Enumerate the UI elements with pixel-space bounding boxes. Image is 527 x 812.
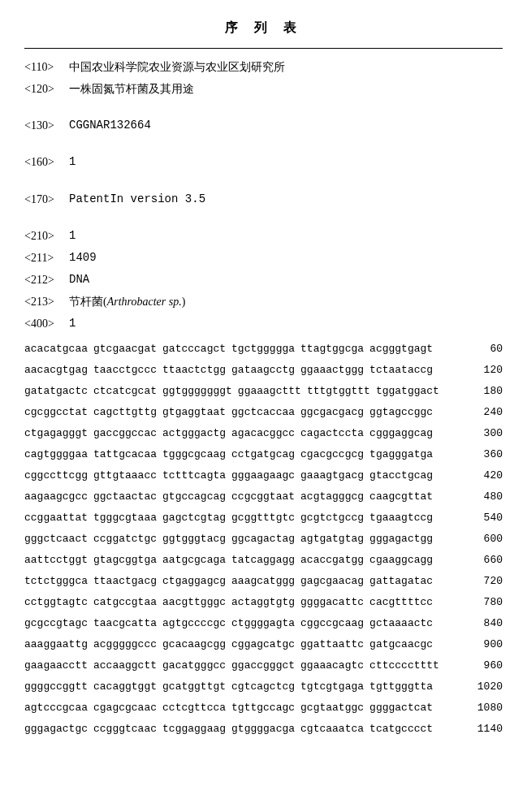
sequence-blocks: gggagactgcccgggtcaactcggaggaaggtggggacga… [24, 719, 433, 740]
sequence-block: gttgtaaacc [93, 465, 157, 486]
sequence-blocks: aaaggaattgacgggggcccgcacaagcggcggagcatgc… [24, 634, 433, 655]
divider-line [24, 48, 503, 49]
sequence-block: gatgcaacgc [369, 634, 433, 655]
sequence-block: cagactccta [300, 423, 364, 444]
sequence-block: actaggtgtg [231, 592, 295, 613]
sequence-row: gaagaaccttaccaaggcttgacatgggccggaccgggct… [24, 655, 503, 676]
sequence-row: aagaagcgccggctaactacgtgccagcagccgcggtaat… [24, 486, 503, 508]
sequence-block: tctctgggca [24, 571, 88, 592]
sequence-blocks: acacatgcaagtcgaacgatgatcccagcttgctggggga… [24, 339, 433, 360]
sequence-block: agacacggcc [231, 423, 295, 444]
sequence-blocks: gaagaaccttaccaaggcttgacatgggccggaccgggct… [24, 655, 439, 676]
sequence-block: aaagcatggg [231, 571, 295, 592]
sequence-block: ggctaactac [93, 486, 157, 508]
sequence-block: tttgtggttt [307, 381, 370, 402]
sequence-position: 1080 [462, 698, 503, 719]
sequence-block: actgggactg [162, 423, 226, 444]
sequence-block: ttaactctgg [162, 360, 226, 381]
sequence-row: aaaggaattgacgggggcccgcacaagcggcggagcatgc… [24, 634, 503, 655]
sequence-block: agtgatgtag [300, 529, 364, 550]
sequence-block: cgacgccgcg [300, 444, 364, 465]
value-130: CGGNAR132664 [69, 115, 503, 136]
sequence-block: ctgaggagcg [162, 571, 226, 592]
sequence-block: agtgccccgc [162, 613, 226, 634]
tag-400: <400> [24, 313, 69, 334]
sequence-block: gcggtttgtc [231, 508, 295, 529]
sequence-block: gcgccgtagc [24, 613, 88, 634]
field-130: <130> CGGNAR132664 [24, 115, 503, 136]
sequence-block: ggcgacgacg [300, 402, 364, 423]
sequence-block: gggaagaagc [231, 465, 295, 486]
sequence-block: gataagcctg [231, 360, 295, 381]
value-210: 1 [69, 226, 503, 246]
sequence-block: cgtcaaatca [300, 719, 364, 740]
sequence-blocks: aacacgtgagtaacctgcccttaactctgggataagcctg… [24, 360, 433, 381]
sequence-position: 960 [462, 655, 503, 676]
sequence-row: gcgccgtagctaacgcattaagtgccccgcctggggagta… [24, 613, 503, 634]
sequence-block: gtgaggtaat [162, 402, 226, 423]
sequence-block: ggggccggtt [24, 676, 88, 698]
sequence-block: taacgcatta [93, 613, 157, 634]
sequence-block: gcacaagcgg [162, 634, 226, 655]
sequence-block: ggggactcat [369, 698, 433, 719]
sequence-block: cggccttcgg [24, 465, 88, 486]
sequence-block: tgagggatga [369, 444, 433, 465]
sequence-block: tgtcgtgaga [300, 676, 364, 698]
sequence-blocks: ctgagagggtgaccggccacactgggactgagacacggcc… [24, 423, 433, 444]
sequence-block: ggaaacagtc [300, 655, 364, 676]
sequence-block: ggattaattc [300, 634, 364, 655]
sequence-position: 60 [462, 339, 503, 360]
sequence-row: ccggaattattgggcgtaaagagctcgtaggcggtttgtc… [24, 508, 503, 529]
sequence-block: cacaggtggt [93, 676, 157, 698]
value-213-prefix: 节杆菌( [69, 296, 107, 308]
sequence-block: ttagtggcga [300, 339, 364, 360]
sequence-blocks: agtcccgcaacgagcgcaaccctcgttccatgttgccagc… [24, 698, 433, 719]
sequence-block: acaccgatgg [300, 550, 364, 571]
sequence-block: cgagcgcaac [93, 698, 157, 719]
sequence-block: tctttcagta [162, 465, 226, 486]
sequence-block: ctcatcgcat [93, 381, 157, 402]
sequence-block: gaccggccac [93, 423, 157, 444]
sequence-block: cctggtagtc [24, 592, 88, 613]
sequence-block: tgggcgtaaa [93, 508, 157, 529]
sequence-blocks: cctggtagtccatgccgtaaaacgttgggcactaggtgtg… [24, 592, 433, 613]
sequence-block: tgctggggga [231, 339, 295, 360]
sequence-row: agtcccgcaacgagcgcaaccctcgttccatgttgccagc… [24, 698, 503, 719]
sequence-block: aatgcgcaga [162, 550, 226, 571]
sequence-block: taacctgccc [93, 360, 157, 381]
sequence-row: aattcctggtgtagcggtgaaatgcgcagatatcaggagg… [24, 550, 503, 571]
tag-110: <110> [24, 57, 69, 77]
sequence-block: cctcgttcca [162, 698, 226, 719]
sequence-block: gtggggacga [231, 719, 295, 740]
value-160: 1 [69, 152, 503, 172]
value-400: 1 [69, 313, 503, 334]
sequence-block: gaagaacctt [24, 655, 88, 676]
sequence-block: tcatgcccct [369, 719, 433, 740]
sequence-position: 660 [462, 550, 503, 571]
sequence-blocks: gggctcaactccggatctgcggtgggtacgggcagactag… [24, 529, 433, 550]
sequence-block: tattgcacaa [93, 444, 157, 465]
sequence-block: cctgatgcag [231, 444, 295, 465]
sequence-blocks: gatatgactcctcatcgcatggtgggggggtggaaagctt… [24, 381, 439, 402]
tag-170: <170> [24, 189, 69, 209]
sequence-block: ttaactgacg [93, 571, 157, 592]
sequence-block: ggtgggtacg [162, 529, 226, 550]
sequence-position: 840 [462, 613, 503, 634]
sequence-block: cgcggcctat [24, 402, 88, 423]
sequence-blocks: gcgccgtagctaacgcattaagtgccccgcctggggagta… [24, 613, 433, 634]
sequence-row: gatatgactcctcatcgcatggtgggggggtggaaagctt… [24, 381, 503, 402]
sequence-block: gctaaaactc [369, 613, 433, 634]
sequence-block: tatcaggagg [231, 550, 295, 571]
sequence-position: 360 [462, 444, 503, 465]
sequence-position: 120 [462, 360, 503, 381]
sequence-block: cgaaggcagg [369, 550, 433, 571]
sequence-block: accaaggctt [93, 655, 157, 676]
sequence-position: 300 [462, 423, 503, 444]
sequence-block: ggggacattc [300, 592, 364, 613]
sequence-block: ccgggtcaac [93, 719, 157, 740]
sequence-row: cgcggcctatcagcttgttggtgaggtaatggctcaccaa… [24, 402, 503, 423]
sequence-row: cggccttcgggttgtaaacctctttcagtagggaagaagc… [24, 465, 503, 486]
sequence-blocks: aagaagcgccggctaactacgtgccagcagccgcggtaat… [24, 486, 433, 508]
field-120: <120> 一株固氮节杆菌及其用途 [24, 79, 503, 99]
sequence-block: acgggtgagt [369, 339, 433, 360]
